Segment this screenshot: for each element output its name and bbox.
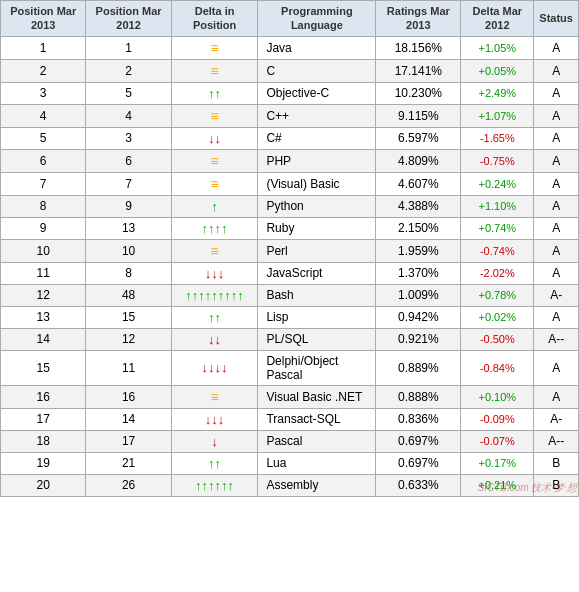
language-name: Ruby xyxy=(258,217,376,239)
status-badge: A xyxy=(534,195,579,217)
status-badge: A xyxy=(534,104,579,127)
delta-arrows: ↓↓↓ xyxy=(171,262,258,284)
pos-mar2012: 48 xyxy=(86,284,171,306)
delta-rating: -0.07% xyxy=(461,430,534,452)
header-delta-mar2012: Delta Mar 2012 xyxy=(461,1,534,37)
pos-mar2012: 15 xyxy=(86,306,171,328)
delta-arrows: ≡ xyxy=(171,172,258,195)
delta-arrows: ≡ xyxy=(171,36,258,59)
rating-mar2013: 0.921% xyxy=(376,328,461,350)
status-badge: A xyxy=(534,36,579,59)
language-name: Lisp xyxy=(258,306,376,328)
delta-rating: -1.65% xyxy=(461,127,534,149)
status-badge: A xyxy=(534,82,579,104)
pos-mar2013: 9 xyxy=(1,217,86,239)
status-badge: A- xyxy=(534,284,579,306)
pos-mar2012: 3 xyxy=(86,127,171,149)
status-badge: A xyxy=(534,172,579,195)
delta-rating: +0.17% xyxy=(461,452,534,474)
status-badge: B xyxy=(534,452,579,474)
pos-mar2013: 12 xyxy=(1,284,86,306)
delta-up-icon: ↑↑↑↑↑↑ xyxy=(195,478,234,493)
status-badge: A-- xyxy=(534,430,579,452)
pos-mar2012: 12 xyxy=(86,328,171,350)
pos-mar2012: 5 xyxy=(86,82,171,104)
rating-mar2013: 18.156% xyxy=(376,36,461,59)
language-name: PHP xyxy=(258,149,376,172)
delta-equal-icon: ≡ xyxy=(211,243,219,259)
rating-mar2013: 10.230% xyxy=(376,82,461,104)
pos-mar2013: 8 xyxy=(1,195,86,217)
rating-mar2013: 6.597% xyxy=(376,127,461,149)
rating-mar2013: 1.009% xyxy=(376,284,461,306)
pos-mar2013: 5 xyxy=(1,127,86,149)
delta-rating: +1.05% xyxy=(461,36,534,59)
pos-mar2012: 10 xyxy=(86,239,171,262)
pos-mar2012: 11 xyxy=(86,350,171,385)
delta-arrows: ≡ xyxy=(171,104,258,127)
pos-mar2012: 6 xyxy=(86,149,171,172)
delta-equal-icon: ≡ xyxy=(211,63,219,79)
status-badge: A xyxy=(534,149,579,172)
delta-rating: -0.74% xyxy=(461,239,534,262)
pos-mar2013: 6 xyxy=(1,149,86,172)
delta-rating: +0.05% xyxy=(461,59,534,82)
delta-equal-icon: ≡ xyxy=(211,40,219,56)
delta-arrows: ↑ xyxy=(171,195,258,217)
pos-mar2013: 15 xyxy=(1,350,86,385)
rating-mar2013: 0.697% xyxy=(376,430,461,452)
pos-mar2013: 19 xyxy=(1,452,86,474)
delta-down-icon: ↓↓↓ xyxy=(205,266,225,281)
delta-rating: +0.78% xyxy=(461,284,534,306)
delta-arrows: ≡ xyxy=(171,239,258,262)
pos-mar2012: 7 xyxy=(86,172,171,195)
header-delta-pos: Delta in Position xyxy=(171,1,258,37)
pos-mar2013: 7 xyxy=(1,172,86,195)
delta-equal-icon: ≡ xyxy=(211,389,219,405)
delta-rating: -0.50% xyxy=(461,328,534,350)
pos-mar2012: 4 xyxy=(86,104,171,127)
delta-down-icon: ↓↓ xyxy=(208,131,221,146)
delta-down-icon: ↓ xyxy=(211,434,218,449)
status-badge: A xyxy=(534,217,579,239)
delta-rating: +1.07% xyxy=(461,104,534,127)
pos-mar2012: 26 xyxy=(86,474,171,496)
language-name: Java xyxy=(258,36,376,59)
delta-arrows: ↑↑ xyxy=(171,306,258,328)
rating-mar2013: 1.370% xyxy=(376,262,461,284)
rating-mar2013: 0.697% xyxy=(376,452,461,474)
delta-rating: +0.10% xyxy=(461,385,534,408)
pos-mar2012: 2 xyxy=(86,59,171,82)
pos-mar2013: 10 xyxy=(1,239,86,262)
delta-rating: -0.75% xyxy=(461,149,534,172)
pos-mar2012: 14 xyxy=(86,408,171,430)
language-name: PL/SQL xyxy=(258,328,376,350)
delta-up-icon: ↑↑ xyxy=(208,310,221,325)
language-name: Transact-SQL xyxy=(258,408,376,430)
pos-mar2012: 1 xyxy=(86,36,171,59)
pos-mar2012: 13 xyxy=(86,217,171,239)
delta-arrows: ↑↑↑↑↑↑ xyxy=(171,474,258,496)
status-badge: A- xyxy=(534,408,579,430)
status-badge: A xyxy=(534,239,579,262)
delta-arrows: ↓↓↓ xyxy=(171,408,258,430)
status-badge: A xyxy=(534,306,579,328)
delta-rating: -2.02% xyxy=(461,262,534,284)
pos-mar2013: 4 xyxy=(1,104,86,127)
delta-arrows: ↑↑↑↑ xyxy=(171,217,258,239)
rating-mar2013: 0.633% xyxy=(376,474,461,496)
header-prog-lang: Programming Language xyxy=(258,1,376,37)
pos-mar2013: 18 xyxy=(1,430,86,452)
delta-down-icon: ↓↓↓ xyxy=(205,412,225,427)
delta-rating: -0.09% xyxy=(461,408,534,430)
rating-mar2013: 9.115% xyxy=(376,104,461,127)
delta-rating: +0.02% xyxy=(461,306,534,328)
delta-down-icon: ↓↓ xyxy=(208,332,221,347)
status-badge: A xyxy=(534,262,579,284)
pos-mar2013: 16 xyxy=(1,385,86,408)
pos-mar2012: 17 xyxy=(86,430,171,452)
language-name: C++ xyxy=(258,104,376,127)
delta-rating: +0.24% xyxy=(461,172,534,195)
rating-mar2013: 4.388% xyxy=(376,195,461,217)
delta-arrows: ↓↓↓↓ xyxy=(171,350,258,385)
